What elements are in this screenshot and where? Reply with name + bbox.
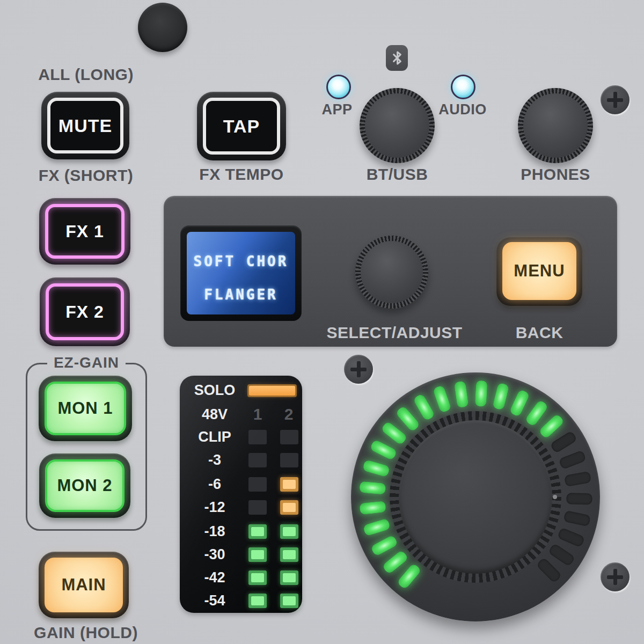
meter-segment-orange [280,500,298,515]
meter-row-label: -54 [180,594,250,608]
back-label: BACK [496,324,582,342]
small-top-knob[interactable] [138,3,187,52]
bluetooth-glyph [391,50,404,66]
meter-row-label: -30 [180,547,250,562]
phones-knob-label: PHONES [507,165,604,184]
fx-display-line1: SOFT CHOR [187,253,295,269]
main-button[interactable]: MAIN [39,552,129,618]
main-bottom-label: GAIN (HOLD) [16,624,156,642]
mute-button-face: MUTE [47,98,123,153]
channel-2-header: 2 [278,406,299,422]
fx2-button[interactable]: FX 2 [40,277,130,346]
meter-row-label: -3 [180,453,250,467]
meter-segment-green [280,594,298,608]
mute-button[interactable]: MUTE [41,92,129,159]
mon1-button-face: MON 1 [45,382,126,435]
app-led [326,75,351,99]
meter-row-label: -12 [180,500,250,515]
fx-display: SOFT CHOR FLANGER [180,225,302,321]
menu-button[interactable]: MENU [496,236,582,306]
channel-1-header: 1 [247,406,268,422]
mute-bottom-label: FX (SHORT) [21,166,150,185]
tap-bottom-label: FX TEMPO [177,165,306,184]
meter-row-label: CLIP [180,430,250,444]
mute-top-label: ALL (LONG) [21,65,150,84]
meter-segment-off [248,453,267,467]
bluetooth-icon [386,45,408,71]
meter-segment-off [248,500,267,515]
meter-segment-off [248,477,267,492]
meter-segment-green [248,570,267,585]
volume-ring-segment-lit [359,481,386,495]
ez-gain-label: EZ-GAIN [47,354,126,371]
volume-ring-segment-unlit [566,493,592,504]
meter-segment-green [280,547,298,562]
volume-ring-segment-lit [474,380,487,407]
tap-button-face: TAP [203,98,280,155]
phones-knob[interactable] [518,88,593,163]
bt-usb-knob[interactable] [360,88,435,163]
device-panel: ALL (LONG) MUTE FX (SHORT) TAP FX TEMPO … [0,0,644,644]
screw-bottom-right [601,562,630,591]
main-button-face: MAIN [45,558,123,612]
meter-segment-green [248,547,267,562]
level-meter-panel: SOLO 48V 1 2 CLIP-3-6-12-18-30-42-54 [180,376,302,613]
solo-label: SOLO [180,383,250,398]
meter-segment-orange [280,477,298,492]
volume-knob-face[interactable] [399,420,552,574]
fx1-button[interactable]: FX 1 [39,198,130,265]
meter-segment-green [248,594,267,608]
meter-segment-off [280,453,298,467]
meter-row-label: -42 [180,570,250,585]
screw-top-right [601,85,630,114]
meter-segment-green [248,524,267,539]
mon2-button[interactable]: MON 2 [39,453,130,518]
meter-segment-off [280,430,298,444]
mon2-button-face: MON 2 [45,459,125,512]
meter-row-label: -18 [180,524,250,539]
meter-segment-green [280,570,298,585]
menu-button-face: MENU [502,242,576,300]
meter-row-label: -6 [180,477,250,492]
knob-position-marker [553,495,557,499]
fx1-button-face: FX 1 [45,204,125,259]
volume-knob[interactable] [351,372,600,621]
select-adjust-label: SELECT/ADJUST [311,324,478,342]
meter-segment-off [248,430,267,444]
select-adjust-knob[interactable] [355,236,428,309]
audio-led [451,75,475,99]
mon1-button[interactable]: MON 1 [39,376,132,441]
meter-segment-green [280,524,298,539]
tap-button[interactable]: TAP [197,92,286,160]
app-led-label: APP [305,100,369,119]
phantom-label: 48V [180,407,250,422]
fx-display-screen: SOFT CHOR FLANGER [187,232,295,314]
audio-led-label: AUDIO [429,100,496,119]
bt-usb-knob-label: BT/USB [349,165,445,184]
fx-display-line2: FLANGER [187,287,295,303]
solo-indicator [247,384,297,397]
fx2-button-face: FX 2 [46,283,124,340]
